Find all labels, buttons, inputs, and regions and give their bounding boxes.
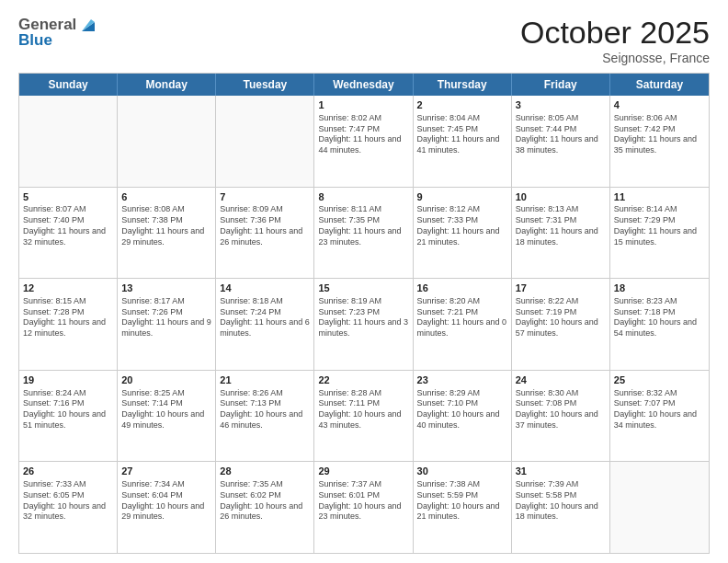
calendar-cell-day-23: 23Sunrise: 8:29 AM Sunset: 7:10 PM Dayli…: [414, 371, 512, 462]
calendar-cell-day-6: 6Sunrise: 8:08 AM Sunset: 7:38 PM Daylig…: [118, 188, 216, 279]
cell-info: Sunrise: 8:09 AM Sunset: 7:36 PM Dayligh…: [220, 204, 310, 247]
cell-info: Sunrise: 8:25 AM Sunset: 7:14 PM Dayligh…: [121, 388, 211, 431]
location-subtitle: Seignosse, France: [520, 51, 710, 65]
day-header-wednesday: Wednesday: [314, 74, 413, 96]
calendar-cell-day-22: 22Sunrise: 8:28 AM Sunset: 7:11 PM Dayli…: [314, 371, 413, 462]
cell-info: Sunrise: 8:07 AM Sunset: 7:40 PM Dayligh…: [23, 204, 113, 247]
calendar-cell-day-20: 20Sunrise: 8:25 AM Sunset: 7:14 PM Dayli…: [118, 371, 216, 462]
cell-info: Sunrise: 8:18 AM Sunset: 7:24 PM Dayligh…: [220, 296, 310, 339]
title-block: October 2025 Seignosse, France: [520, 15, 710, 65]
day-number: 5: [23, 190, 113, 204]
header: General Blue October 2025 Seignosse, Fra…: [18, 15, 710, 65]
day-number: 17: [516, 282, 606, 295]
calendar-cell-day-2: 2Sunrise: 8:04 AM Sunset: 7:45 PM Daylig…: [414, 96, 512, 187]
calendar-cell-day-27: 27Sunrise: 7:34 AM Sunset: 6:04 PM Dayli…: [118, 462, 216, 553]
calendar-cell-day-28: 28Sunrise: 7:35 AM Sunset: 6:02 PM Dayli…: [216, 462, 314, 553]
calendar-cell-day-13: 13Sunrise: 8:17 AM Sunset: 7:26 PM Dayli…: [118, 279, 216, 370]
cell-info: Sunrise: 8:29 AM Sunset: 7:10 PM Dayligh…: [417, 388, 507, 431]
cell-info: Sunrise: 7:34 AM Sunset: 6:04 PM Dayligh…: [121, 479, 211, 523]
cell-info: Sunrise: 7:38 AM Sunset: 5:59 PM Dayligh…: [417, 479, 507, 523]
logo-icon: [78, 15, 98, 35]
cell-info: Sunrise: 7:35 AM Sunset: 6:02 PM Dayligh…: [220, 479, 310, 523]
day-number: 21: [220, 373, 310, 387]
day-number: 29: [318, 465, 408, 478]
day-number: 9: [417, 190, 507, 204]
calendar-cell-empty: [118, 96, 216, 187]
calendar-cell-day-16: 16Sunrise: 8:20 AM Sunset: 7:21 PM Dayli…: [414, 279, 512, 370]
calendar-row-4: 19Sunrise: 8:24 AM Sunset: 7:16 PM Dayli…: [19, 371, 709, 463]
calendar-cell-day-31: 31Sunrise: 7:39 AM Sunset: 5:58 PM Dayli…: [512, 462, 610, 553]
calendar-cell-day-8: 8Sunrise: 8:11 AM Sunset: 7:35 PM Daylig…: [314, 188, 413, 279]
day-header-tuesday: Tuesday: [216, 74, 314, 96]
calendar-cell-day-15: 15Sunrise: 8:19 AM Sunset: 7:23 PM Dayli…: [314, 279, 413, 370]
day-number: 7: [220, 190, 310, 204]
cell-info: Sunrise: 8:08 AM Sunset: 7:38 PM Dayligh…: [121, 204, 211, 247]
calendar-header: SundayMondayTuesdayWednesdayThursdayFrid…: [19, 74, 709, 96]
calendar-row-2: 5Sunrise: 8:07 AM Sunset: 7:40 PM Daylig…: [19, 188, 709, 280]
calendar-cell-day-30: 30Sunrise: 7:38 AM Sunset: 5:59 PM Dayli…: [414, 462, 512, 553]
cell-info: Sunrise: 7:37 AM Sunset: 6:01 PM Dayligh…: [318, 479, 408, 523]
cell-info: Sunrise: 8:06 AM Sunset: 7:42 PM Dayligh…: [614, 113, 705, 156]
calendar-cell-empty: [610, 462, 709, 553]
cell-info: Sunrise: 8:14 AM Sunset: 7:29 PM Dayligh…: [614, 204, 705, 247]
day-header-saturday: Saturday: [610, 74, 709, 96]
calendar-cell-empty: [19, 96, 118, 187]
cell-info: Sunrise: 8:04 AM Sunset: 7:45 PM Dayligh…: [417, 113, 507, 156]
day-number: 30: [417, 465, 507, 478]
day-number: 10: [516, 190, 606, 204]
calendar: SundayMondayTuesdayWednesdayThursdayFrid…: [18, 73, 710, 554]
day-header-friday: Friday: [512, 74, 610, 96]
cell-info: Sunrise: 8:24 AM Sunset: 7:16 PM Dayligh…: [23, 388, 113, 431]
calendar-row-3: 12Sunrise: 8:15 AM Sunset: 7:28 PM Dayli…: [19, 279, 709, 371]
day-number: 18: [614, 282, 705, 295]
day-number: 8: [318, 190, 408, 204]
calendar-cell-day-4: 4Sunrise: 8:06 AM Sunset: 7:42 PM Daylig…: [610, 96, 709, 187]
day-number: 16: [417, 282, 507, 295]
cell-info: Sunrise: 8:02 AM Sunset: 7:47 PM Dayligh…: [318, 113, 408, 156]
calendar-cell-day-3: 3Sunrise: 8:05 AM Sunset: 7:44 PM Daylig…: [512, 96, 610, 187]
day-number: 3: [516, 98, 606, 112]
cell-info: Sunrise: 8:26 AM Sunset: 7:13 PM Dayligh…: [220, 388, 310, 431]
day-number: 4: [614, 98, 705, 112]
day-number: 1: [318, 98, 408, 112]
calendar-cell-day-14: 14Sunrise: 8:18 AM Sunset: 7:24 PM Dayli…: [216, 279, 314, 370]
calendar-cell-day-18: 18Sunrise: 8:23 AM Sunset: 7:18 PM Dayli…: [610, 279, 709, 370]
calendar-cell-day-12: 12Sunrise: 8:15 AM Sunset: 7:28 PM Dayli…: [19, 279, 118, 370]
day-number: 12: [23, 282, 113, 295]
cell-info: Sunrise: 8:30 AM Sunset: 7:08 PM Dayligh…: [516, 388, 606, 431]
day-number: 11: [614, 190, 705, 204]
cell-info: Sunrise: 8:11 AM Sunset: 7:35 PM Dayligh…: [318, 204, 408, 247]
day-number: 25: [614, 373, 705, 387]
page: General Blue October 2025 Seignosse, Fra…: [0, 0, 728, 563]
calendar-cell-day-17: 17Sunrise: 8:22 AM Sunset: 7:19 PM Dayli…: [512, 279, 610, 370]
calendar-cell-day-26: 26Sunrise: 7:33 AM Sunset: 6:05 PM Dayli…: [19, 462, 118, 553]
cell-info: Sunrise: 8:17 AM Sunset: 7:26 PM Dayligh…: [121, 296, 211, 339]
month-title: October 2025: [520, 15, 710, 51]
calendar-cell-day-29: 29Sunrise: 7:37 AM Sunset: 6:01 PM Dayli…: [314, 462, 413, 553]
calendar-cell-day-9: 9Sunrise: 8:12 AM Sunset: 7:33 PM Daylig…: [414, 188, 512, 279]
calendar-body: 1Sunrise: 8:02 AM Sunset: 7:47 PM Daylig…: [19, 96, 709, 553]
day-number: 24: [516, 373, 606, 387]
cell-info: Sunrise: 8:12 AM Sunset: 7:33 PM Dayligh…: [417, 204, 507, 247]
calendar-row-1: 1Sunrise: 8:02 AM Sunset: 7:47 PM Daylig…: [19, 96, 709, 188]
cell-info: Sunrise: 7:39 AM Sunset: 5:58 PM Dayligh…: [516, 479, 606, 523]
day-number: 22: [318, 373, 408, 387]
day-number: 14: [220, 282, 310, 295]
cell-info: Sunrise: 8:28 AM Sunset: 7:11 PM Dayligh…: [318, 388, 408, 431]
calendar-cell-day-21: 21Sunrise: 8:26 AM Sunset: 7:13 PM Dayli…: [216, 371, 314, 462]
calendar-cell-day-10: 10Sunrise: 8:13 AM Sunset: 7:31 PM Dayli…: [512, 188, 610, 279]
calendar-cell-day-24: 24Sunrise: 8:30 AM Sunset: 7:08 PM Dayli…: [512, 371, 610, 462]
cell-info: Sunrise: 8:05 AM Sunset: 7:44 PM Dayligh…: [516, 113, 606, 156]
cell-info: Sunrise: 8:20 AM Sunset: 7:21 PM Dayligh…: [417, 296, 507, 339]
calendar-cell-day-1: 1Sunrise: 8:02 AM Sunset: 7:47 PM Daylig…: [314, 96, 413, 187]
day-number: 13: [121, 282, 211, 295]
cell-info: Sunrise: 8:23 AM Sunset: 7:18 PM Dayligh…: [614, 296, 705, 339]
calendar-cell-empty: [216, 96, 314, 187]
day-header-monday: Monday: [118, 74, 216, 96]
cell-info: Sunrise: 8:22 AM Sunset: 7:19 PM Dayligh…: [516, 296, 606, 339]
cell-info: Sunrise: 8:15 AM Sunset: 7:28 PM Dayligh…: [23, 296, 113, 339]
day-number: 28: [220, 465, 310, 478]
day-number: 26: [23, 465, 113, 478]
day-number: 23: [417, 373, 507, 387]
calendar-cell-day-11: 11Sunrise: 8:14 AM Sunset: 7:29 PM Dayli…: [610, 188, 709, 279]
